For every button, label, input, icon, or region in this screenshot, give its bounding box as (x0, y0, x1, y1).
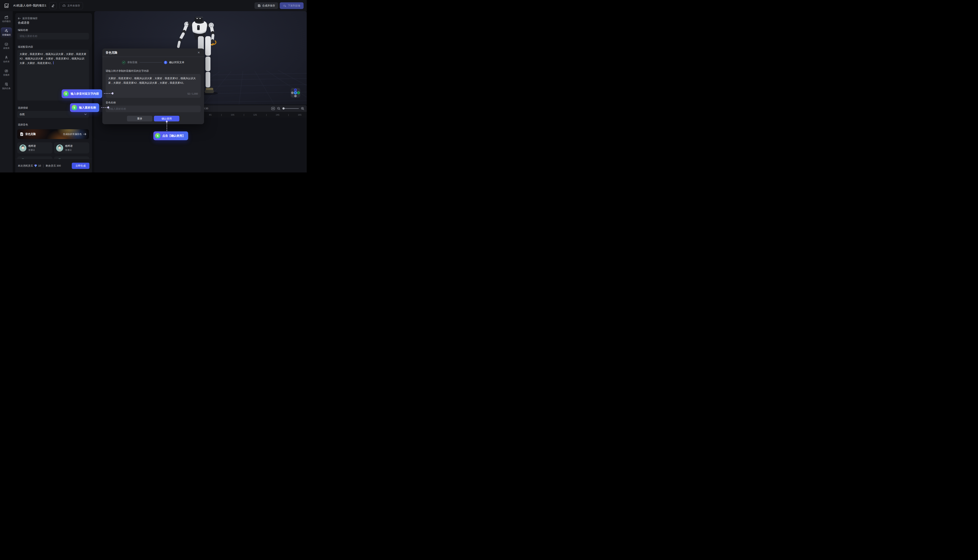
guide-connector-5-dot (107, 107, 109, 108)
fit-width-icon[interactable] (271, 107, 275, 110)
nav-label: 表情库 (3, 47, 10, 50)
project-title: A1机器人动作-我的项目1 (13, 4, 46, 7)
music-file-icon (20, 132, 23, 136)
generate-now-button[interactable]: 立即生成 (72, 163, 89, 169)
zoom-out-icon[interactable] (277, 107, 280, 110)
voice-card[interactable]: 稚晖君 普通话 (54, 142, 89, 153)
ruler-tick-sep: | (221, 113, 222, 116)
cost-label: 本次消耗灵石 (18, 164, 33, 168)
modal-divider (102, 57, 204, 57)
rerecord-label: 重录 (137, 117, 142, 120)
transcript-char-counter: 52 / 1,000 (188, 92, 198, 96)
rename-project-button[interactable] (49, 2, 57, 9)
transcript-text: 大家好，我是灵犀X2，很高兴认识大家，大家好，我是灵犀X2，很高兴认识大家，大家… (108, 77, 196, 84)
cloud-unsaved-icon (62, 4, 66, 7)
arrow-right-icon (83, 133, 86, 135)
ruler-tick-sep: | (244, 113, 244, 116)
nav-label: 动作库 (3, 60, 10, 63)
save-icon (258, 4, 261, 7)
pencil-icon (52, 4, 55, 7)
cost-value: 10 (38, 164, 41, 167)
file-unsaved-status[interactable]: 文件未保存 (60, 2, 83, 9)
nav-item-expression-library[interactable]: 表情库 (1, 41, 12, 51)
voice-lang: 普通话 (65, 148, 73, 152)
modal-steps: 录制音频 2 确认对应文本 (102, 61, 204, 64)
back-to-audio-arrange[interactable]: 返回音频编排 (18, 17, 38, 20)
nav-item-motion-mimic[interactable]: 动作模仿 (1, 14, 12, 24)
audio-box-icon (5, 69, 8, 73)
zoom-in-icon[interactable] (301, 107, 304, 110)
nav-label: 我的任务 (2, 87, 11, 90)
viewport-axis-gizmo[interactable]: Z Y X (290, 88, 300, 98)
guide-connector-6 (167, 123, 167, 131)
modal-title: 音色克隆 (106, 51, 117, 55)
ruler-tick-label: 12S (253, 113, 257, 116)
content-field-label: 描述配音内容 (18, 45, 33, 49)
guide-step-6-label: 点击【确认使用】 (162, 134, 185, 138)
emotion-selected-value: 自然 (20, 113, 25, 116)
back-label: 返回音频编排 (22, 17, 38, 20)
ruler-tick-sep: | (266, 113, 267, 116)
transcript-textarea[interactable]: 大家好，我是灵犀X2，很高兴认识大家，大家好，我是灵犀X2，很高兴认识大家，大家… (106, 74, 201, 98)
figure-icon (5, 56, 8, 60)
ruler-tick-sep: | (288, 113, 289, 116)
sparkles-icon (5, 29, 8, 33)
task-list-clock-icon (5, 83, 8, 86)
guide-step-4-tooltip: 4 输入录音对应文字内容 (62, 89, 102, 98)
nav-item-audio-library[interactable]: 音频库 (1, 68, 12, 78)
dubbing-content-text: 大家好，我是灵犀X2，很高兴认识大家，大家好，我是灵犀X2，很高兴认识大家，大家… (20, 53, 86, 65)
confirm-use-label: 确认使用 (162, 117, 172, 120)
voice-name-placeholder: 请输入素材名称 (108, 107, 126, 111)
panel-title: 合成语音 (18, 21, 30, 25)
nav-item-audio-arrange[interactable]: 音频编排 (1, 28, 12, 38)
nav-item-motion-library[interactable]: 动作库 (1, 54, 12, 65)
emotion-field-label: 选择情绪 (18, 106, 28, 110)
nav-label: 动作模仿 (2, 20, 11, 23)
generate-footer: 本次消耗灵石 10 | 剩余灵石 300 立即生成 (15, 159, 92, 172)
guide-connector-6-dot (166, 120, 168, 123)
voice-name: 稚晖君 (65, 144, 73, 148)
voice-name-input[interactable]: 请输入素材名称 (106, 106, 201, 112)
generate-now-label: 立即生成 (75, 164, 86, 167)
voice-card[interactable]: 稚晖君 普通话 (17, 142, 52, 153)
step-connector (139, 62, 162, 63)
guide-step-5-label: 输入素材名称 (79, 106, 96, 110)
text-cursor (53, 62, 53, 64)
chevron-down-icon (84, 113, 87, 115)
nav-item-my-tasks[interactable]: 我的任务 (1, 81, 12, 91)
ruler-tick-label: 16S (298, 113, 302, 116)
gizmo-x-label: X (298, 92, 299, 94)
voice-name: 稚晖君 (28, 144, 36, 148)
name-field-label: 编辑名称 (18, 28, 28, 32)
guide-step-6-tooltip: 6 点击【确认使用】 (154, 132, 188, 140)
timeline-zoom-slider[interactable] (282, 108, 299, 109)
app-logo-icon (4, 3, 9, 8)
voice-clone-banner[interactable]: 音色克隆 生成你的专属音色 (17, 129, 89, 139)
guide-step-5-number: 5 (72, 105, 77, 110)
voice-clone-modal: 音色克隆 ✕ 录制音频 2 确认对应文本 请输入刚才录制的音频对应的文字内容 大… (102, 48, 204, 124)
synthesize-save-button[interactable]: 合成并保存 (254, 2, 278, 9)
material-name-placeholder: 请输入素材名称 (20, 34, 37, 38)
rerecord-button[interactable]: 重录 (127, 116, 152, 122)
deploy-to-device-label: 下发到设备 (288, 4, 300, 7)
clapperboard-icon (5, 16, 8, 19)
guide-connector-5 (101, 107, 108, 108)
app-root: A1机器人动作-我的项目1 文件未保存 合成并保存 (0, 0, 307, 172)
robot-download-icon (283, 4, 286, 7)
avatar (56, 145, 63, 152)
close-icon[interactable]: ✕ (196, 50, 201, 55)
step-confirm-label: 确认对应文本 (169, 61, 184, 64)
gizmo-y-label: Y (295, 92, 296, 94)
gizmo-axis-neg-x[interactable] (291, 92, 294, 94)
ruler-tick-label: 10S (231, 113, 235, 116)
deploy-to-device-button[interactable]: 下发到设备 (280, 2, 304, 9)
timeline-tracks-area[interactable] (94, 118, 307, 172)
gizmo-axis-neg-z[interactable] (294, 95, 297, 97)
transcript-label: 请输入刚才录制的音频对应的文字内容 (106, 69, 149, 73)
left-nav-rail: 动作模仿 音频编排 表情库 动作库 (0, 11, 13, 172)
voice-field-label: 选择音色 (18, 123, 28, 127)
guide-step-4-number: 4 (63, 91, 68, 97)
remaining-gems: 剩余灵石 300 (46, 164, 61, 168)
material-name-input[interactable]: 请输入素材名称 (17, 33, 89, 40)
timeline-zoom-slider-handle[interactable] (282, 107, 285, 110)
